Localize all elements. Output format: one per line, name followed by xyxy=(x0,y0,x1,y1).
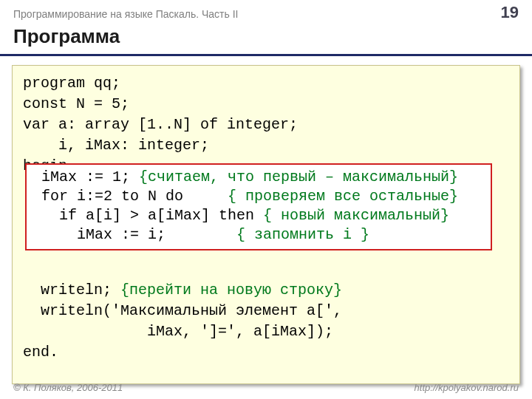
code-line: writeln('Максимальный элемент a[', xyxy=(23,301,509,321)
highlight-line: iMax := i; { запомнить i } xyxy=(33,225,485,245)
code-line: program qq; xyxy=(23,73,509,94)
slide-header: Программирование на языке Паскаль. Часть… xyxy=(0,0,532,24)
code-comment: { запомнить i } xyxy=(236,226,369,243)
code-line: const N = 5; xyxy=(23,94,509,115)
code-line: var a: array [1..N] of integer; xyxy=(23,115,509,135)
highlight-line: for i:=2 to N do { проверяем все остальн… xyxy=(33,187,485,206)
highlight-box: iMax := 1; {считаем, что первый – максим… xyxy=(25,163,492,250)
course-title: Программирование на языке Паскаль. Часть… xyxy=(13,8,238,20)
code-line: iMax, ']=', a[iMax]); xyxy=(23,321,509,342)
slide-footer: © К. Поляков, 2006-2011 http://kpolyakov… xyxy=(0,378,532,399)
code-comment: {перейти на новую строку} xyxy=(120,282,342,299)
highlight-line: iMax := 1; {считаем, что первый – максим… xyxy=(33,168,485,187)
copyright: © К. Поляков, 2006-2011 xyxy=(13,382,123,393)
footer-url: http://kpolyakov.narod.ru xyxy=(415,382,519,393)
page-number: 19 xyxy=(501,3,519,22)
title-bar: Программа xyxy=(0,24,532,56)
code-comment: { проверяем все остальные} xyxy=(228,188,458,205)
slide-body: program qq; const N = 5; var a: array [1… xyxy=(0,56,532,384)
slide-title: Программа xyxy=(13,25,519,48)
code-line xyxy=(23,259,509,280)
code-comment: {считаем, что первый – максимальный} xyxy=(139,168,458,185)
highlight-line: if a[i] > a[iMax] then { новый максималь… xyxy=(33,206,485,225)
code-line: writeln; {перейти на новую строку} xyxy=(23,280,509,301)
code-comment: { новый максимальный} xyxy=(263,207,449,224)
code-line: i, iMax: integer; xyxy=(23,135,509,156)
code-line: end. xyxy=(23,342,509,363)
